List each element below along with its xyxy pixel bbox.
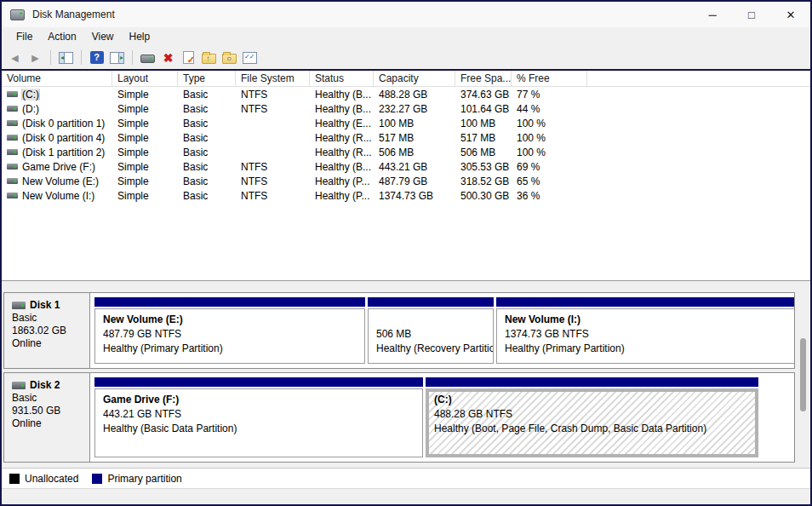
column-header-status[interactable]: Status bbox=[310, 71, 374, 86]
volume-cell-capacity: 488.28 GB bbox=[374, 89, 455, 101]
partition[interactable]: 506 MBHealthy (Recovery Partitio bbox=[368, 297, 494, 364]
partition[interactable]: New Volume (I:)1374.73 GB NTFSHealthy (P… bbox=[496, 297, 794, 364]
volume-cell-fs: NTFS bbox=[236, 175, 310, 187]
volume-row[interactable]: (C:)SimpleBasicNTFSHealthy (B...488.28 G… bbox=[2, 87, 810, 101]
volume-row[interactable]: New Volume (I:)SimpleBasicNTFSHealthy (P… bbox=[2, 188, 810, 203]
volume-cell-fs: NTFS bbox=[236, 103, 310, 115]
vertical-scrollbar[interactable] bbox=[798, 294, 808, 464]
disk-row: Disk 1Basic1863.02 GBOnlineNew Volume (E… bbox=[3, 292, 795, 369]
forward-button[interactable]: ► bbox=[27, 49, 43, 66]
scrollbar-thumb[interactable] bbox=[800, 338, 806, 411]
volume-cell-layout: Simple bbox=[112, 190, 178, 202]
disk-label[interactable]: Disk 2Basic931.50 GBOnline bbox=[4, 373, 90, 462]
column-header-file-system[interactable]: File System bbox=[236, 71, 310, 86]
minimize-button[interactable]: ─ bbox=[693, 2, 732, 27]
disk-name-text: Disk 2 bbox=[30, 379, 60, 392]
volume-cell-status: Healthy (B... bbox=[310, 161, 374, 173]
volume-row[interactable]: New Volume (E:)SimpleBasicNTFSHealthy (P… bbox=[2, 174, 810, 188]
partition-size: 487.79 GB NTFS bbox=[103, 327, 357, 342]
export-button[interactable]: ↑ bbox=[201, 49, 217, 66]
volume-name-label: (Disk 1 partition 2) bbox=[22, 147, 105, 158]
partition-name: (C:) bbox=[434, 393, 750, 407]
task-list-button[interactable]: ✓✓ bbox=[242, 49, 258, 66]
properties-icon: ✓ bbox=[183, 51, 194, 64]
partition-color-bar bbox=[426, 377, 758, 387]
volume-cell-status: Healthy (B... bbox=[310, 103, 374, 115]
close-button[interactable]: ✕ bbox=[771, 2, 810, 27]
menu-action[interactable]: Action bbox=[40, 28, 83, 45]
menu-file[interactable]: File bbox=[9, 28, 40, 45]
legend-swatch bbox=[92, 474, 102, 484]
help-glyph: ? bbox=[90, 51, 104, 64]
column-header-type[interactable]: Type bbox=[178, 71, 236, 86]
partition[interactable]: (C:)488.28 GB NTFSHealthy (Boot, Page Fi… bbox=[426, 377, 758, 457]
column-header-capacity[interactable]: Capacity bbox=[374, 71, 455, 86]
partition-status: Healthy (Basic Data Partition) bbox=[103, 422, 415, 436]
column-header-layout[interactable]: Layout bbox=[112, 71, 178, 86]
help-icon: ? bbox=[90, 51, 104, 64]
column-header--free[interactable]: % Free bbox=[512, 71, 587, 86]
volume-cell-status: Healthy (R... bbox=[310, 132, 374, 144]
partition-color-bar bbox=[94, 297, 365, 307]
partition-body: New Volume (E:)487.79 GB NTFSHealthy (Pr… bbox=[94, 308, 365, 364]
graphical-view-pane: Disk 1Basic1863.02 GBOnlineNew Volume (E… bbox=[2, 289, 810, 468]
find-button[interactable]: ○ bbox=[221, 49, 237, 66]
volume-row[interactable]: (Disk 0 partition 4)SimpleBasicHealthy (… bbox=[2, 130, 810, 145]
menu-help[interactable]: Help bbox=[122, 28, 158, 45]
volume-name-cell: New Volume (E:) bbox=[2, 175, 112, 187]
volume-cell-pct: 77 % bbox=[512, 89, 587, 101]
volume-list-pane: VolumeLayoutTypeFile SystemStatusCapacit… bbox=[2, 69, 810, 280]
disk-type: Basic bbox=[12, 392, 86, 405]
show-action-pane-button[interactable]: ▸ bbox=[109, 49, 125, 66]
delete-volume-icon: ✖ bbox=[163, 51, 174, 65]
volume-cell-fs: NTFS bbox=[236, 190, 310, 202]
properties-button[interactable]: ✓ bbox=[180, 49, 197, 66]
partition-body: (C:)488.28 GB NTFSHealthy (Boot, Page Fi… bbox=[426, 388, 758, 457]
volume-row[interactable]: (D:)SimpleBasicNTFSHealthy (B...232.27 G… bbox=[2, 101, 810, 116]
legend-label: Primary partition bbox=[107, 473, 181, 485]
volume-cell-layout: Simple bbox=[112, 161, 178, 173]
show-console-tree-button[interactable]: ◂ bbox=[58, 49, 74, 66]
volume-row[interactable]: (Disk 0 partition 1)SimpleBasicHealthy (… bbox=[2, 116, 810, 130]
pane-splitter[interactable] bbox=[2, 280, 810, 289]
partition[interactable]: Game Drive (F:)443.21 GB NTFSHealthy (Ba… bbox=[94, 377, 423, 457]
volume-cell-layout: Simple bbox=[112, 132, 178, 144]
partition-status: Healthy (Primary Partition) bbox=[505, 342, 786, 356]
volume-name-cell: (D:) bbox=[2, 103, 112, 115]
volume-cell-type: Basic bbox=[178, 118, 236, 129]
column-header-free-spa-[interactable]: Free Spa... bbox=[455, 71, 512, 86]
volume-name-label: Game Drive (F:) bbox=[22, 161, 95, 173]
volume-row[interactable]: (Disk 1 partition 2)SimpleBasicHealthy (… bbox=[2, 145, 810, 159]
partition[interactable]: New Volume (E:)487.79 GB NTFSHealthy (Pr… bbox=[94, 297, 365, 364]
find-glyph: ○ bbox=[226, 54, 232, 63]
column-header-volume[interactable]: Volume bbox=[2, 71, 112, 86]
volume-cell-capacity: 506 MB bbox=[374, 147, 455, 158]
disk-icon bbox=[12, 382, 26, 389]
device-properties-button[interactable] bbox=[140, 49, 156, 66]
device-properties-icon bbox=[140, 55, 155, 63]
volume-cell-capacity: 517 MB bbox=[374, 132, 455, 144]
show-action-pane-glyph: ▸ bbox=[120, 54, 123, 61]
volume-cell-pct: 65 % bbox=[512, 175, 587, 187]
delete-volume-button[interactable]: ✖ bbox=[160, 49, 176, 66]
disk-name-text: Disk 1 bbox=[30, 299, 60, 312]
volume-cell-free: 500.30 GB bbox=[455, 190, 512, 202]
volume-row[interactable]: Game Drive (F:)SimpleBasicNTFSHealthy (B… bbox=[2, 159, 810, 174]
disk-name: Disk 1 bbox=[12, 299, 86, 312]
volume-name-cell: New Volume (I:) bbox=[2, 190, 112, 202]
maximize-button[interactable]: □ bbox=[732, 2, 771, 27]
volume-cell-layout: Simple bbox=[112, 147, 178, 158]
toolbar-separator bbox=[50, 50, 51, 65]
menu-view[interactable]: View bbox=[84, 28, 122, 45]
partition-size: 443.21 GB NTFS bbox=[103, 407, 415, 422]
volume-icon bbox=[7, 178, 18, 184]
partition-name bbox=[376, 313, 485, 327]
back-button[interactable]: ◄ bbox=[7, 49, 23, 66]
toolbar-separator bbox=[81, 50, 82, 65]
disk-rows: Disk 1Basic1863.02 GBOnlineNew Volume (E… bbox=[3, 292, 795, 463]
disk-label[interactable]: Disk 1Basic1863.02 GBOnline bbox=[4, 293, 90, 368]
volume-icon bbox=[7, 91, 18, 97]
partition-color-bar bbox=[94, 377, 423, 387]
volume-cell-pct: 100 % bbox=[512, 118, 587, 129]
help-button[interactable]: ? bbox=[89, 49, 105, 66]
